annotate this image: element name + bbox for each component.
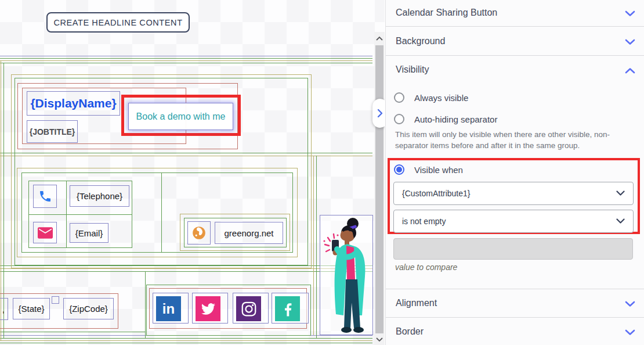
instagram-icon [236, 296, 261, 321]
comma-placeholder[interactable]: , [0, 298, 8, 320]
grid-line [0, 338, 372, 339]
radio-auto-hiding-separator[interactable] [394, 114, 404, 124]
twitter-icon [196, 296, 220, 321]
website-placeholder[interactable]: greenorg.net [215, 222, 283, 244]
scrollbar-thumb[interactable] [375, 45, 383, 333]
chevron-down-icon [616, 218, 625, 224]
signature-canvas: CREATE HEADLINE CONTENT {DisplayName} {J… [0, 0, 385, 345]
radio-always-visible-label[interactable]: Always visible [414, 93, 468, 103]
social-instagram[interactable] [233, 293, 269, 324]
visibility-description-line2: separator items before and after it in t… [395, 140, 627, 151]
panel-expander-tab[interactable] [372, 99, 385, 128]
state-placeholder[interactable]: {State} [13, 298, 50, 319]
chevron-down-icon[interactable] [625, 9, 635, 19]
attribute-dropdown-value: {CustomAttribute1} [402, 189, 471, 198]
section-background[interactable]: Background [396, 36, 445, 46]
condition-dropdown[interactable]: is not empty [393, 210, 634, 233]
radio-visible-when-label[interactable]: Visible when [414, 165, 463, 175]
section-border[interactable]: Border [396, 326, 424, 337]
section-divider [386, 289, 644, 289]
value-to-compare-hint: value to compare [395, 263, 457, 272]
radio-always-visible[interactable] [394, 92, 404, 103]
grid-line [0, 340, 372, 341]
grid-line [66, 181, 67, 248]
chevron-down-icon[interactable] [625, 299, 635, 310]
scroll-down-icon[interactable] [375, 335, 384, 345]
section-divider [386, 317, 644, 318]
grid-line [0, 63, 372, 63]
linkedin-icon: in [156, 296, 181, 321]
telephone-placeholder[interactable]: {Telephone} [70, 185, 129, 207]
display-name-placeholder[interactable]: {DisplayName} [27, 91, 120, 116]
value-to-compare-input[interactable] [393, 238, 633, 260]
grid-line [0, 58, 372, 59]
grid-line [0, 56, 372, 56]
book-demo-button[interactable]: Book a demo with me [128, 103, 233, 130]
job-title-placeholder[interactable]: {JOBTITLE} [27, 120, 78, 143]
section-divider [386, 55, 644, 56]
grid-line [145, 271, 146, 338]
radio-visible-when[interactable] [394, 164, 404, 175]
grid-line [316, 156, 317, 338]
section-visibility[interactable]: Visibility [396, 64, 429, 75]
visibility-description-line1: This item will only be visible when ther… [395, 129, 627, 140]
grid-line [313, 156, 314, 335]
grid-line [28, 214, 132, 215]
social-linkedin[interactable]: in [153, 293, 189, 324]
email-icon[interactable] [33, 222, 57, 243]
linkedin-glyph: in [162, 302, 175, 316]
facebook-icon [275, 296, 300, 321]
chevron-down-icon [616, 191, 625, 196]
phone-icon[interactable] [33, 185, 57, 208]
radio-auto-hiding-separator-label[interactable]: Auto-hiding separator [414, 114, 497, 124]
grid-line [0, 332, 145, 332]
properties-panel: Calendar Sharing Button Background Visib… [385, 0, 644, 345]
chevron-down-icon[interactable] [625, 328, 635, 338]
section-alignment[interactable]: Alignment [396, 298, 437, 308]
visibility-description: This item will only be visible when ther… [395, 129, 627, 151]
attribute-dropdown[interactable]: {CustomAttribute1} [393, 182, 634, 205]
create-headline-content-button[interactable]: CREATE HEADLINE CONTENT [46, 12, 190, 33]
grid-line [0, 60, 372, 61]
grid-line [161, 172, 162, 253]
grid-line [0, 343, 372, 343]
section-divider [386, 26, 644, 27]
app-window: CREATE HEADLINE CONTENT {DisplayName} {J… [0, 0, 644, 345]
social-facebook[interactable] [272, 293, 309, 324]
section-calendar-sharing-button[interactable]: Calendar Sharing Button [396, 8, 497, 18]
woman-with-phone-illustration [320, 215, 372, 335]
scroll-up-icon[interactable] [375, 33, 384, 44]
social-twitter[interactable] [192, 293, 228, 324]
separator-handle[interactable] [52, 296, 59, 304]
chevron-down-icon[interactable] [625, 37, 635, 48]
email-placeholder[interactable]: {Email} [70, 223, 108, 243]
chevron-up-icon[interactable] [625, 66, 635, 76]
website-globe-icon[interactable] [187, 221, 211, 245]
person-illustration[interactable] [320, 215, 373, 335]
condition-dropdown-value: is not empty [402, 217, 446, 226]
zipcode-placeholder[interactable]: {ZipCode} [63, 298, 114, 319]
chevron-right-icon [377, 109, 383, 118]
